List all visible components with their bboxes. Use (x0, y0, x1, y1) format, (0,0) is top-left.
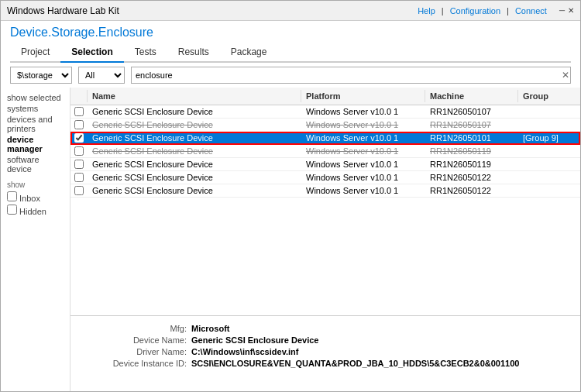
row-platform: Windows Server v10.0 1 (301, 171, 425, 184)
row-name: Generic SCSI Enclosure Device (88, 171, 301, 184)
row-checkbox[interactable] (74, 146, 84, 156)
sidebar: show selected systems devices and printe… (1, 88, 70, 392)
row-machine: RR1N26050119 (425, 158, 518, 170)
row-checkbox[interactable] (74, 107, 84, 116)
page-title: Device.Storage.Enclosure (10, 26, 571, 40)
row-name: Generic SCSI Enclosure Device (88, 119, 301, 131)
detail-instance-value: SCSI\ENCLOSURE&VEN_QUANTA&PROD_JBA_10_HD… (191, 359, 519, 368)
table-row[interactable]: Generic SCSI Enclosure DeviceWindows Ser… (70, 171, 580, 184)
title-bar: Windows Hardware Lab Kit Help | Configur… (1, 1, 580, 21)
th-platform: Platform (301, 90, 425, 102)
row-checkbox-cell (70, 145, 88, 157)
row-machine: RR1N26050107 (425, 105, 518, 118)
detail-instance-label: Device Instance ID: (86, 359, 187, 368)
row-group (518, 110, 580, 113)
row-checkbox-cell (70, 171, 88, 184)
tab-project[interactable]: Project (10, 43, 60, 63)
row-checkbox[interactable] (74, 186, 84, 195)
row-group (518, 163, 580, 166)
row-group (518, 176, 580, 179)
detail-mfg-label: Mfg: (86, 324, 187, 333)
row-checkbox-cell (70, 158, 88, 170)
row-platform: Windows Server v10.0 1 (301, 145, 425, 157)
row-name: Generic SCSI Enclosure Device (88, 132, 301, 144)
help-link[interactable]: Help (418, 6, 435, 15)
table-row[interactable]: Generic SCSI Enclosure DeviceWindows Ser… (70, 145, 580, 158)
row-checkbox-cell (70, 132, 88, 144)
inbox-checkbox[interactable] (7, 191, 17, 201)
detail-driver-value: C:\Windows\inf\scsidev.inf (191, 347, 298, 356)
tab-selection[interactable]: Selection (60, 43, 123, 63)
sidebar-item-devices-printers[interactable]: devices and printers (7, 114, 64, 134)
search-clear-button[interactable]: ✕ (562, 70, 569, 80)
detail-mfg-value: Microsoft (191, 324, 230, 333)
th-name: Name (88, 90, 301, 102)
row-group (518, 123, 580, 126)
filter-dropdown[interactable]: $\storage (10, 67, 72, 84)
table-header: Name Platform Machine Group (70, 88, 580, 105)
toolbar: $\storage All ✕ (1, 63, 580, 88)
close-button[interactable]: ✕ (568, 6, 574, 15)
detail-mfg-row: Mfg: Microsoft (86, 324, 565, 333)
row-checkbox-cell (70, 105, 88, 118)
row-platform: Windows Server v10.0 1 (301, 105, 425, 118)
hidden-checkbox[interactable] (7, 205, 17, 215)
table-body: Generic SCSI Enclosure DeviceWindows Ser… (70, 105, 580, 315)
detail-driver-row: Driver Name: C:\Windows\inf\scsidev.inf (86, 347, 565, 356)
window-controls: ─ ✕ (559, 6, 574, 15)
row-group (518, 150, 580, 153)
row-name: Generic SCSI Enclosure Device (88, 105, 301, 118)
app-header: Device.Storage.Enclosure ProjectSelectio… (1, 21, 580, 63)
row-platform: Windows Server v10.0 1 (301, 158, 425, 170)
row-name: Generic SCSI Enclosure Device (88, 184, 301, 197)
row-checkbox-cell (70, 119, 88, 131)
row-machine: RR1N26050107 (425, 119, 518, 131)
sidebar-item-hidden[interactable]: Hidden (7, 204, 64, 217)
search-wrap: ✕ (131, 67, 571, 84)
sidebar-item-show-selected[interactable]: show selected (7, 92, 64, 103)
row-checkbox[interactable] (74, 173, 84, 182)
detail-device-name-row: Device Name: Generic SCSI Enclosure Devi… (86, 335, 565, 345)
th-machine: Machine (425, 90, 518, 102)
nav-tabs: ProjectSelectionTestsResultsPackage (10, 43, 571, 63)
row-platform: Windows Server v10.0 1 (301, 119, 425, 131)
sidebar-show-label: show (7, 181, 64, 189)
row-group (518, 189, 580, 192)
row-machine: RR1N26050101 (425, 132, 518, 144)
detail-panel: Mfg: Microsoft Device Name: Generic SCSI… (70, 315, 580, 392)
detail-instance-row: Device Instance ID: SCSI\ENCLOSURE&VEN_Q… (86, 359, 565, 368)
tab-package[interactable]: Package (220, 43, 278, 63)
main-panel: Name Platform Machine Group Generic SCSI… (70, 88, 580, 392)
sidebar-item-systems[interactable]: systems (7, 103, 64, 114)
table-row[interactable]: Generic SCSI Enclosure DeviceWindows Ser… (70, 158, 580, 171)
row-name: Generic SCSI Enclosure Device (88, 158, 301, 170)
row-checkbox[interactable] (74, 120, 84, 129)
row-machine: RR1N26050119 (425, 145, 518, 157)
table-row[interactable]: Generic SCSI Enclosure DeviceWindows Ser… (70, 184, 580, 198)
table-row[interactable]: Generic SCSI Enclosure DeviceWindows Ser… (70, 132, 580, 145)
sidebar-item-inbox[interactable]: Inbox (7, 191, 64, 204)
connect-link[interactable]: Connect (515, 6, 547, 15)
row-checkbox[interactable] (74, 133, 84, 143)
tab-results[interactable]: Results (167, 43, 220, 63)
minimize-button[interactable]: ─ (559, 6, 565, 15)
all-dropdown[interactable]: All (78, 67, 125, 84)
row-group: [Group 9] (518, 132, 580, 144)
row-machine: RR1N26050122 (425, 184, 518, 197)
row-platform: Windows Server v10.0 1 (301, 184, 425, 197)
table-row[interactable]: Generic SCSI Enclosure DeviceWindows Ser… (70, 105, 580, 119)
detail-device-name-value: Generic SCSI Enclosure Device (191, 335, 318, 345)
sidebar-item-software-device[interactable]: software device (7, 154, 64, 174)
search-input[interactable] (131, 67, 571, 84)
tab-tests[interactable]: Tests (124, 43, 167, 63)
sidebar-item-device-manager[interactable]: device manager (7, 134, 64, 154)
table-row[interactable]: Generic SCSI Enclosure DeviceWindows Ser… (70, 119, 580, 132)
row-checkbox-cell (70, 184, 88, 197)
row-checkbox[interactable] (74, 160, 84, 169)
row-platform: Windows Server v10.0 1 (301, 132, 425, 144)
configuration-link[interactable]: Configuration (450, 6, 500, 15)
row-machine: RR1N26050122 (425, 171, 518, 184)
th-checkbox (70, 90, 88, 102)
content-area: show selected systems devices and printe… (1, 88, 580, 392)
title-bar-right: Help | Configuration | Connect ─ ✕ (418, 6, 574, 15)
